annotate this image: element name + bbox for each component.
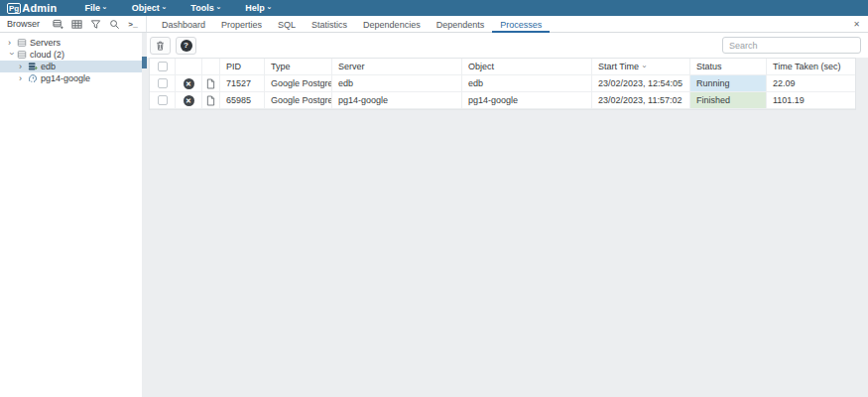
chevron-down-icon: › (160, 7, 168, 10)
header-time-taken[interactable]: Time Taken (sec) (767, 59, 855, 75)
cell-server: pg14-google (332, 92, 462, 109)
tab-dependencies[interactable]: Dependencies (355, 16, 429, 32)
terminal-icon[interactable]: >_ (127, 18, 139, 30)
tree-item-label: Servers (30, 38, 61, 48)
tree-item-label: pg14-google (41, 73, 90, 83)
cell-pid: 65985 (220, 92, 265, 109)
processes-panel: ? PID Type Server Object Start Time › St… (147, 33, 868, 397)
trash-icon (155, 40, 166, 52)
terminal-glyph: >_ (128, 20, 138, 29)
server-group-icon (17, 38, 27, 48)
tab-dashboard[interactable]: Dashboard (154, 16, 213, 32)
header-start-time[interactable]: Start Time › (592, 59, 690, 75)
server-group-icon (17, 50, 27, 60)
menu-help-label: Help (245, 3, 265, 13)
edb-server-icon (28, 62, 38, 71)
menu-help[interactable]: Help › (245, 3, 270, 13)
search-icon[interactable] (108, 18, 120, 30)
status-badge: Running (690, 75, 767, 92)
stop-process-icon[interactable]: ✕ (184, 95, 194, 106)
row-checkbox[interactable] (158, 78, 168, 88)
cell-start-time: 23/02/2023, 12:54:05 (592, 75, 690, 92)
content-area: › Servers › cloud (2) › edb › pg14-g (0, 33, 868, 397)
menu-tools-label: Tools (190, 3, 213, 13)
row-select (150, 92, 176, 109)
add-server-icon[interactable] (52, 18, 63, 30)
header-object[interactable]: Object (462, 59, 592, 75)
cell-pid: 71527 (220, 75, 265, 92)
chevron-down-icon[interactable]: › (7, 52, 16, 58)
header-server[interactable]: Server (332, 59, 462, 75)
header-details-col (202, 59, 220, 75)
row-select (150, 75, 176, 92)
help-button[interactable]: ? (176, 37, 196, 55)
header-status[interactable]: Status (690, 59, 767, 75)
header-start-time-label: Start Time (598, 59, 639, 74)
row-stop: ✕ (176, 92, 202, 109)
tab-processes[interactable]: Processes (492, 16, 550, 33)
row-stop: ✕ (176, 75, 202, 92)
menu-file-label: File (84, 3, 100, 13)
cell-object: pg14-google (462, 92, 592, 109)
panel-splitter[interactable] (142, 33, 147, 397)
cell-start-time: 23/02/2023, 11:57:02 (592, 92, 690, 109)
processes-toolbar: ? (147, 33, 868, 58)
tab-properties[interactable]: Properties (213, 16, 270, 32)
chevron-right-icon[interactable]: › (19, 74, 25, 83)
select-all-checkbox[interactable] (158, 62, 168, 71)
chevron-down-icon: › (214, 7, 222, 10)
menu-tools[interactable]: Tools › (190, 3, 219, 13)
cell-time-taken: 22.09 (767, 75, 855, 92)
tab-statistics[interactable]: Statistics (304, 16, 355, 32)
search-input[interactable] (722, 37, 861, 54)
header-pid[interactable]: PID (220, 59, 265, 75)
chevron-down-icon: › (265, 7, 273, 10)
stop-process-icon[interactable]: ✕ (184, 78, 194, 89)
process-details-icon[interactable] (206, 95, 215, 106)
row-checkbox[interactable] (158, 95, 168, 105)
chevron-right-icon[interactable]: › (8, 39, 14, 48)
tab-dependents[interactable]: Dependents (429, 16, 493, 32)
menu-object-label: Object (132, 3, 160, 13)
browser-panel-title: Browser (7, 19, 52, 29)
processes-grid: PID Type Server Object Start Time › Stat… (150, 59, 855, 109)
cell-server: edb (332, 75, 462, 92)
menu-file[interactable]: File › (84, 3, 105, 13)
browser-panel-toolbar: >_ (52, 18, 139, 30)
status-badge: Finished (690, 92, 767, 109)
cell-time-taken: 1101.19 (767, 92, 855, 109)
row-details (202, 92, 220, 109)
pgadmin-logo: Pg Admin (7, 2, 57, 14)
tree-item-cloud[interactable]: › cloud (2) (0, 49, 142, 61)
tree-item-servers[interactable]: › Servers (0, 37, 142, 49)
filter-icon[interactable] (89, 18, 101, 30)
menu-object[interactable]: Object › (132, 3, 166, 13)
second-band: Browser >_ Dashboard Properties SQL Stat… (0, 16, 868, 33)
browser-panel-header: Browser >_ (0, 16, 147, 32)
grid-icon[interactable] (70, 18, 82, 30)
sort-desc-icon: › (636, 66, 652, 68)
tree-item-edb[interactable]: › edb (0, 61, 142, 72)
processes-table: PID Type Server Object Start Time › Stat… (149, 58, 856, 110)
splitter-thumb[interactable] (142, 57, 147, 68)
top-menubar: Pg Admin File › Object › Tools › Help › (0, 0, 868, 16)
tab-sql[interactable]: SQL (270, 16, 304, 32)
tree-item-label: cloud (2) (30, 50, 64, 60)
chevron-down-icon: › (100, 7, 108, 10)
close-icon[interactable]: ✕ (853, 20, 860, 29)
delete-button[interactable] (150, 37, 171, 55)
header-stop-col (176, 59, 202, 75)
browser-tree: › Servers › cloud (2) › edb › pg14-g (0, 33, 142, 397)
tree-item-label: edb (41, 62, 56, 71)
tree-item-pg14-google[interactable]: › pg14-google (0, 72, 142, 84)
header-select-all (150, 59, 176, 75)
help-icon: ? (181, 40, 192, 52)
header-type[interactable]: Type (265, 59, 332, 75)
chevron-right-icon[interactable]: › (19, 63, 25, 71)
cell-type: Google PostgreSQL (265, 92, 332, 109)
cell-type: Google PostgreSQL (265, 75, 332, 92)
process-details-icon[interactable] (206, 78, 215, 89)
pgadmin-logo-pg: Pg (7, 3, 21, 14)
row-details (202, 75, 220, 92)
postgres-server-icon (28, 73, 38, 83)
